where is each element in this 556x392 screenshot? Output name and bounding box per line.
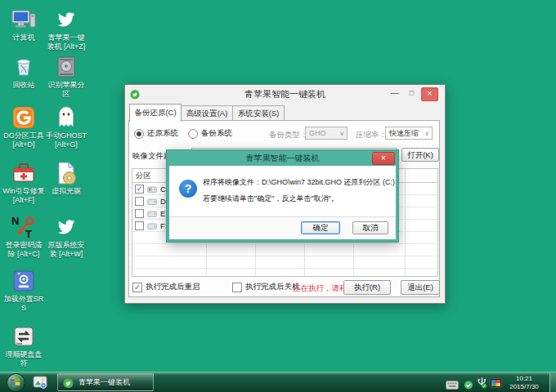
radio-dot [188,129,198,139]
dialog-close-button[interactable]: × [372,152,395,165]
close-button[interactable]: × [421,87,438,101]
radio-label: 还原系统 [147,128,178,139]
partition-row-c[interactable]: ✓ C: [132,183,168,195]
checkbox-shutdown-after[interactable]: 执行完成后关机 [232,282,300,292]
ok-button[interactable]: 确定 [301,221,340,234]
partition-checkbox[interactable] [135,197,144,206]
desktop-icon-label: 识别苹果分区 [45,81,87,99]
desktop-icon-label: 登录密码清除 [Alt+C] [2,241,45,259]
backup-type-value: GHO [309,129,326,137]
desktop-icon-recycle-bin[interactable]: 回收站 [2,54,45,90]
compress-value: 快速压缩 [389,129,419,137]
taskbar-clock[interactable]: 10:21 2015/7/30 [501,375,547,391]
bird-icon [53,214,79,240]
chevron-down-icon: ∨ [424,127,429,140]
desktop-icon-label: 青苹果一键装机 [Alt+Z] [45,33,87,51]
desktop-icon-win-boot-repair[interactable]: Win引导修复 [Alt+F] [2,160,45,205]
taskbar-button-installer[interactable]: 青苹果一键装机 [57,373,154,391]
desktop-icon-diskgenius[interactable]: DG分区工具 [Alt+D] [2,105,45,149]
desktop-icon-detect-apple-partition[interactable]: 识别苹果分区 [45,54,87,99]
show-desktop-button[interactable] [549,372,556,392]
nt-key-icon: NT [11,214,37,240]
run-button[interactable]: 执行(R) [343,280,391,295]
checkbox-label: 执行完成后关机 [245,282,300,292]
desktop-icon-label: 回收站 [2,81,45,90]
cancel-button[interactable]: 取消 [352,221,388,234]
toolbox-icon [11,160,37,186]
desktop-icon-label: 理顺硬盘盘符 [2,350,45,368]
computer-icon [11,7,37,33]
drive-icon [146,197,158,207]
minimize-button[interactable]: — [387,87,402,100]
window-titlebar[interactable]: 青苹果智能一键装机 — □ × [125,85,445,103]
maximize-button[interactable]: □ [404,87,419,100]
grid-line [405,169,406,276]
grid-line [132,243,437,244]
radio-label: 备份系统 [201,128,232,139]
desktop-icon-virtual-cd[interactable]: 虚拟光驱 [45,160,87,196]
tab-advanced-settings[interactable]: 高级设置(A) [181,105,233,121]
tab-system-install[interactable]: 系统安装(S) [232,105,285,121]
desktop-icon-fix-drive-letters[interactable]: 理顺硬盘盘符 [2,323,45,368]
dialog-title: 青苹果智能一键装机 [167,150,398,166]
taskbar: 青苹果一键装机 10:21 2015/7/30 [0,372,556,392]
compress-label: 压缩率： [356,130,387,140]
desktop-icon-original-system-install[interactable]: 原版系统安装 [Alt+W] [45,214,87,259]
partition-row-d[interactable]: D: [132,195,168,207]
desktop-icon-label: Win引导修复 [Alt+F] [2,187,45,205]
windows-logo-icon [10,376,20,387]
diskgenius-icon [11,105,37,131]
display-tray-icon[interactable] [490,377,502,392]
green-apple-logo-icon [62,376,74,389]
desktop-icon-label: 原版系统安装 [Alt+W] [45,241,87,259]
desktop-icon-manual-ghost[interactable]: 手动GHOST [Alt+G] [45,105,87,149]
desktop-icon-label: 手动GHOST [Alt+G] [45,131,87,149]
keyboard-tray-icon[interactable] [446,378,459,392]
partition-row-f[interactable]: F: [132,220,167,232]
drive-icon [146,209,158,219]
checkbox[interactable]: ✓ [132,283,142,292]
desktop-icon-computer[interactable]: 计算机 [2,7,45,42]
start-button[interactable] [7,373,25,392]
partition-checkbox[interactable] [135,209,144,218]
exit-button[interactable]: 退出(E) [401,280,440,295]
dialog-message-line1: 程序将映像文件：D:\GHO\win7 32bit.GHO 还原到分区 (C:) [203,177,395,188]
recycle-bin-icon [11,54,37,80]
clock-date: 2015/7/30 [501,383,547,391]
checkbox-restart-after[interactable]: ✓ 执行完成后重启 [132,282,200,292]
svg-text:T: T [25,228,32,240]
desktop-icon-label: 加载外置SRS [2,295,45,313]
partition-checkbox[interactable] [135,221,144,230]
radio-backup-system[interactable]: 备份系统 [188,128,232,139]
green-apple-tray-icon[interactable] [464,378,473,392]
backup-type-label: 备份类型： [269,130,308,140]
pinned-app-icon[interactable] [33,375,47,390]
radio-restore-system[interactable]: 还原系统 [134,128,178,139]
svg-text:N: N [11,215,19,227]
checkbox[interactable] [232,283,242,292]
srs-icon [11,268,37,294]
checkbox-label: 执行完成后重启 [146,282,200,292]
backup-type-select[interactable]: GHO ∨ [305,127,348,140]
dialog-button-strip: 确定 取消 [169,216,396,239]
desktop-icon-qpg-installer[interactable]: 青苹果一键装机 [Alt+Z] [45,7,87,51]
drive-arrows-icon [11,323,37,350]
compress-select[interactable]: 快速压缩 ∨ [385,127,433,140]
grid-line [132,256,437,256]
dialog-body: ? 程序将映像文件：D:\GHO\win7 32bit.GHO 还原到分区 (C… [169,166,396,239]
question-icon: ? [179,180,197,198]
grid-line [132,268,437,269]
clock-time: 10:21 [501,375,547,383]
usb-tray-icon[interactable] [477,377,487,392]
tab-backup-restore[interactable]: 备份还原(C) [129,104,182,122]
open-button[interactable]: 打开(K) [401,148,439,162]
virtual-cd-icon [53,160,79,186]
desktop-icon-load-srs[interactable]: 加载外置SRS [2,268,45,313]
desktop-icon-label: 计算机 [2,33,45,42]
partition-checkbox[interactable]: ✓ [135,185,144,194]
bird-icon [53,7,79,33]
desktop-icon-password-clear[interactable]: NT 登录密码清除 [Alt+C] [2,214,45,259]
partition-row-e[interactable]: E: [132,207,168,220]
drive-icon [146,221,158,231]
chevron-down-icon: ∨ [339,127,344,140]
